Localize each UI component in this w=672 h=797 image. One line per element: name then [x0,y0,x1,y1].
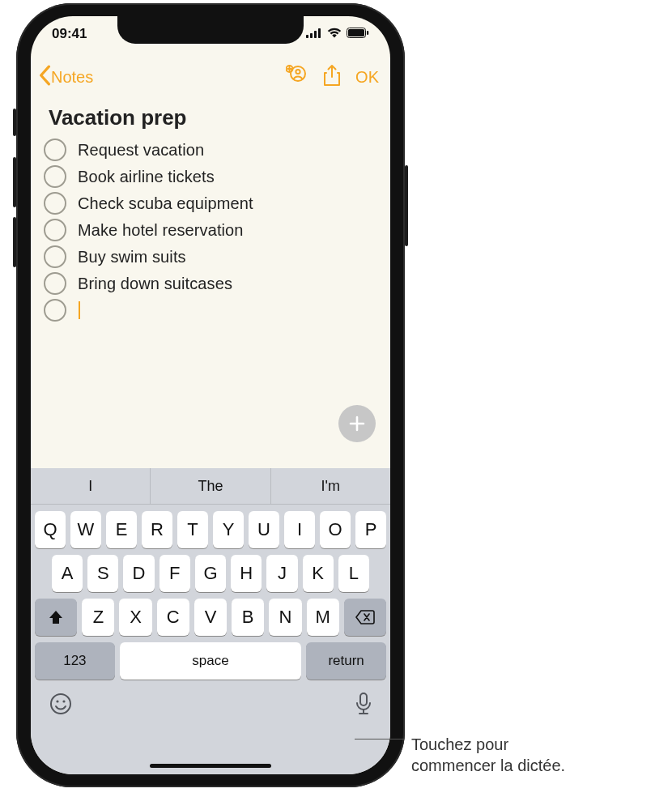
key-t[interactable]: T [177,511,208,548]
shift-key[interactable] [35,599,77,636]
svg-rect-5 [348,29,364,36]
checkbox[interactable] [44,139,66,161]
notch [117,16,304,44]
volume-down-button[interactable] [13,217,16,267]
svg-rect-6 [367,31,368,35]
list-item[interactable] [44,299,377,322]
numeric-key[interactable]: 123 [35,642,115,680]
screen: 09:41 [31,16,390,774]
share-icon[interactable] [323,64,341,90]
list-item[interactable]: Check scuba equipment [44,192,377,215]
key-a[interactable]: A [52,555,83,592]
key-b[interactable]: B [232,599,264,636]
back-label: Notes [51,68,93,87]
key-h[interactable]: H [231,555,262,592]
add-button[interactable] [338,405,376,442]
svg-point-8 [296,70,300,74]
suggestion[interactable]: I [31,468,151,504]
key-s[interactable]: S [87,555,118,592]
svg-point-11 [56,700,58,702]
collaborate-icon[interactable] [286,65,308,89]
callout-line1: Touchez pour [411,735,508,753]
phone-frame: 09:41 [16,3,405,787]
key-x[interactable]: X [119,599,151,636]
key-g[interactable]: G [195,555,226,592]
emoji-icon[interactable] [49,692,73,719]
checkbox[interactable] [44,219,66,241]
key-f[interactable]: F [159,555,190,592]
key-u[interactable]: U [249,511,279,548]
key-d[interactable]: D [123,555,154,592]
checkbox[interactable] [44,192,66,215]
item-text: Check scuba equipment [78,194,253,213]
return-key[interactable]: return [306,642,386,680]
space-key[interactable]: space [120,642,301,680]
list-item[interactable]: Make hotel reservation [44,219,377,241]
key-row-3: Z X C V B N M [31,592,390,636]
back-button[interactable]: Notes [37,65,93,90]
list-item[interactable]: Bring down suitcases [44,272,377,295]
cellular-icon [306,26,322,42]
checkbox[interactable] [44,299,66,322]
note-title[interactable]: Vacation prep [49,105,377,130]
checkbox[interactable] [44,165,66,188]
item-text: Book airline tickets [78,168,215,186]
status-time: 09:41 [52,26,87,42]
callout-line2: commencer la dictée. [411,757,565,774]
callout-text: Touchez pour commencer la dictée. [411,734,565,776]
battery-icon [347,26,369,42]
key-row-4: 123 space return [31,636,390,680]
key-m[interactable]: M [307,599,339,636]
done-button[interactable]: OK [355,68,379,87]
svg-point-10 [51,694,70,714]
key-p[interactable]: P [355,511,386,548]
key-l[interactable]: L [338,555,369,592]
key-o[interactable]: O [320,511,351,548]
suggestion[interactable]: The [151,468,270,504]
svg-point-12 [62,700,65,702]
key-v[interactable]: V [194,599,227,636]
text-cursor [79,301,80,319]
mute-switch[interactable] [13,109,16,136]
backspace-key[interactable] [344,599,386,636]
key-j[interactable]: J [266,555,297,592]
key-c[interactable]: C [157,599,189,636]
keyboard: I The I'm Q W E R T Y U I O P A [31,468,390,774]
side-button[interactable] [405,165,408,246]
home-indicator[interactable] [150,764,271,768]
callout-leader [355,739,405,739]
key-z[interactable]: Z [82,599,114,636]
wifi-icon [327,26,342,42]
item-text: Buy swim suits [78,248,186,266]
key-k[interactable]: K [303,555,334,592]
svg-rect-2 [314,31,317,38]
key-q[interactable]: Q [35,511,66,548]
nav-bar: Notes OK [31,58,390,96]
key-n[interactable]: N [269,599,301,636]
suggestion[interactable]: I'm [271,468,390,504]
svg-rect-1 [310,33,313,38]
key-row-2: A S D F G H J K L [31,548,390,592]
item-text: Request vacation [78,141,204,160]
list-item[interactable]: Book airline tickets [44,165,377,188]
volume-up-button[interactable] [13,157,16,207]
key-w[interactable]: W [70,511,101,548]
microphone-icon[interactable] [355,692,372,719]
list-item[interactable]: Buy swim suits [44,245,377,268]
svg-rect-13 [360,693,367,705]
key-i[interactable]: I [284,511,315,548]
item-text: Bring down suitcases [78,275,232,293]
key-row-1: Q W E R T Y U I O P [31,505,390,548]
chevron-left-icon [37,65,52,90]
key-y[interactable]: Y [213,511,244,548]
checklist: Request vacation Book airline tickets Ch… [44,139,377,322]
checkbox[interactable] [44,272,66,295]
key-r[interactable]: R [142,511,172,548]
key-e[interactable]: E [106,511,137,548]
svg-rect-0 [306,35,308,38]
checkbox[interactable] [44,245,66,268]
item-text: Make hotel reservation [78,221,244,240]
svg-rect-3 [318,28,321,38]
list-item[interactable]: Request vacation [44,139,377,161]
suggestion-bar: I The I'm [31,468,390,505]
